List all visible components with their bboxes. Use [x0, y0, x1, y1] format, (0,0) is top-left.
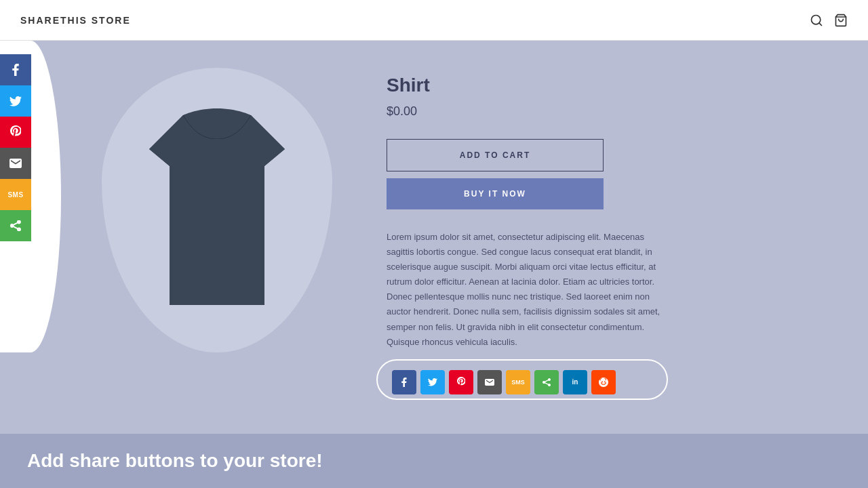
share-twitter-button[interactable]	[420, 370, 445, 394]
side-facebook-button[interactable]	[0, 54, 31, 85]
share-buttons-container: SMS in	[387, 366, 621, 399]
site-header: SHARETHIS STORE	[0, 0, 868, 41]
side-share-button[interactable]	[0, 210, 31, 241]
product-image	[122, 88, 312, 332]
side-twitter-button[interactable]	[0, 85, 31, 117]
add-to-cart-button[interactable]: ADD TO CART	[387, 139, 604, 171]
side-sms-button[interactable]: SMS	[0, 179, 31, 210]
share-linkedin-button[interactable]: in	[563, 370, 587, 394]
bottom-banner-text: Add share buttons to your store!	[27, 450, 323, 472]
cart-icon[interactable]	[834, 14, 848, 27]
search-icon[interactable]	[810, 14, 823, 27]
side-social-buttons: SMS	[0, 54, 31, 241]
share-buttons-row: SMS in	[387, 366, 621, 399]
side-email-button[interactable]	[0, 148, 31, 179]
product-details: Shirt $0.00 ADD TO CART BUY IT NOW Lorem…	[387, 68, 814, 399]
product-price: $0.00	[387, 104, 814, 119]
share-generic-button[interactable]	[534, 370, 559, 394]
svg-rect-3	[170, 139, 264, 305]
share-reddit-button[interactable]	[591, 370, 616, 394]
share-pinterest-button[interactable]	[449, 370, 473, 394]
product-image-area	[88, 68, 346, 352]
side-social-bar: SMS	[0, 54, 31, 241]
side-pinterest-button[interactable]	[0, 117, 31, 148]
site-logo: SHARETHIS STORE	[20, 15, 131, 26]
bottom-banner: Add share buttons to your store!	[0, 434, 868, 488]
product-image-background	[102, 68, 332, 352]
header-actions	[810, 14, 848, 27]
svg-line-1	[819, 22, 822, 25]
buy-now-button[interactable]: BUY IT NOW	[387, 178, 604, 209]
product-title: Shirt	[387, 75, 814, 96]
share-facebook-button[interactable]	[392, 370, 416, 394]
product-description: Lorem ipsum dolor sit amet, consectetur …	[387, 230, 671, 350]
main-content: Shirt $0.00 ADD TO CART BUY IT NOW Lorem…	[0, 41, 868, 426]
share-sms-button[interactable]: SMS	[506, 370, 530, 394]
share-email-button[interactable]	[477, 370, 502, 394]
